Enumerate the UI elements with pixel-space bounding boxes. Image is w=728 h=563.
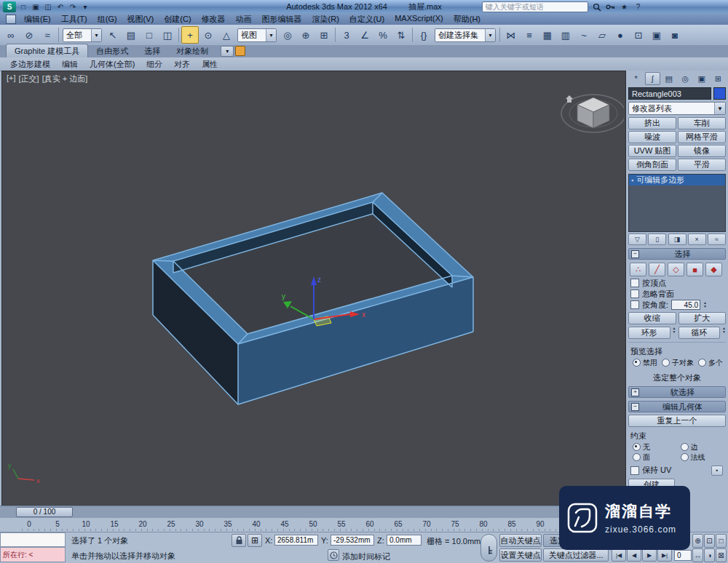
create-tab[interactable]: *: [628, 72, 644, 85]
radio-icon[interactable]: [633, 453, 641, 461]
select-and-scale-icon[interactable]: △: [218, 26, 235, 44]
render-setup-icon[interactable]: ⊡: [630, 26, 647, 44]
menu-item[interactable]: 修改器: [197, 13, 231, 25]
menu-item[interactable]: 渲染(R): [307, 13, 344, 25]
ignore-backfacing-checkbox[interactable]: [630, 290, 639, 298]
render-production-icon[interactable]: ◙: [666, 26, 684, 44]
rollout-soft-selection[interactable]: + 软选择: [628, 386, 726, 398]
ribbon-panel-label[interactable]: 细分: [141, 58, 168, 71]
radio-icon[interactable]: [662, 359, 670, 367]
redo-icon[interactable]: ↷: [67, 1, 79, 12]
rollout-selection[interactable]: − 选择: [628, 248, 726, 260]
percent-snap-toggle-icon[interactable]: %: [374, 26, 392, 44]
ribbon-minimize-icon[interactable]: ▾: [221, 46, 234, 57]
absolute-mode-toggle-icon[interactable]: ⊞: [248, 534, 262, 547]
grow-button[interactable]: 扩大: [678, 312, 727, 324]
select-and-move-icon[interactable]: +: [181, 26, 199, 44]
favorites-star-icon[interactable]: ★: [619, 2, 630, 12]
repeat-last-button[interactable]: 重复上一个: [628, 415, 726, 427]
pin-stack-icon[interactable]: ▽: [628, 233, 646, 245]
menu-item[interactable]: 帮助(H): [448, 13, 486, 25]
selection-filter-dropdown[interactable]: 全部▾: [63, 28, 102, 42]
named-selection-sets-dropdown[interactable]: 创建选择集▾: [435, 28, 496, 42]
align-icon[interactable]: ≡: [521, 26, 538, 44]
rectangular-selection-region-icon[interactable]: □: [141, 26, 158, 44]
modifier-preset-button[interactable]: 倒角剖面: [628, 159, 676, 171]
by-vertex-checkbox[interactable]: [630, 279, 639, 287]
edge-mode-icon[interactable]: ╱: [649, 263, 665, 276]
modifier-preset-button[interactable]: 挤出: [628, 117, 676, 129]
radio-icon[interactable]: [681, 443, 689, 451]
auto-key-button[interactable]: 自动关键点: [499, 534, 542, 547]
display-tab[interactable]: ▣: [694, 72, 710, 85]
save-file-icon[interactable]: ◫: [42, 1, 54, 12]
ribbon-panel-label[interactable]: 几何体(全部): [84, 58, 141, 71]
viewport-label-segment[interactable]: [真实 + 边面]: [42, 73, 88, 84]
selection-lock-icon[interactable]: [232, 534, 246, 547]
track-bar[interactable]: ≈ 05101520253035404550556065707580859095…: [0, 517, 625, 532]
viewport-label-segment[interactable]: [正交]: [19, 73, 39, 84]
modifier-preset-button[interactable]: 噪波: [628, 131, 676, 143]
object-name-field[interactable]: Rectangle003: [628, 87, 711, 100]
modifier-preset-button[interactable]: 车削: [678, 117, 726, 129]
zoom-icon[interactable]: ⊕: [692, 534, 703, 548]
set-keys-button[interactable]: [480, 534, 497, 562]
maxscript-macro-recorder[interactable]: 所在行: <: [0, 547, 66, 562]
element-mode-icon[interactable]: ◆: [705, 263, 722, 276]
angle-spinner[interactable]: ▲▼: [703, 301, 707, 308]
preview-option[interactable]: 禁用: [633, 358, 657, 367]
modifier-preset-button[interactable]: 平滑: [678, 159, 726, 171]
help-icon[interactable]: ?: [633, 2, 644, 12]
pan-icon[interactable]: ↔: [692, 548, 703, 562]
unlink-selection-icon[interactable]: ⊘: [20, 26, 38, 44]
schematic-view-icon[interactable]: ▱: [593, 26, 611, 44]
make-unique-icon[interactable]: ◨: [668, 233, 687, 245]
menu-item[interactable]: 组(G): [92, 13, 122, 25]
preserve-uv-settings-icon[interactable]: ▪: [711, 466, 723, 476]
radio-icon[interactable]: [633, 443, 641, 451]
menu-item[interactable]: 创建(C): [159, 13, 196, 25]
layer-manager-icon[interactable]: ▦: [539, 26, 556, 44]
constraint-option[interactable]: 面: [633, 452, 678, 462]
select-object-icon[interactable]: ↖: [104, 26, 122, 44]
shrink-button[interactable]: 收缩: [628, 312, 676, 324]
zoom-region-icon[interactable]: □: [716, 534, 727, 548]
preview-option[interactable]: 子对象: [662, 358, 694, 367]
by-angle-checkbox[interactable]: [630, 300, 639, 309]
undo-icon[interactable]: ↶: [55, 1, 66, 12]
spinner-snap-toggle-icon[interactable]: ⇅: [392, 26, 410, 44]
border-mode-icon[interactable]: ◇: [668, 263, 684, 276]
by-angle-row[interactable]: 按角度: 45.0 ▲▼: [630, 300, 726, 310]
angle-value-field[interactable]: 45.0: [671, 300, 700, 310]
constraint-option[interactable]: 法线: [681, 452, 727, 462]
open-file-icon[interactable]: ▣: [30, 1, 41, 12]
ribbon-config-icon[interactable]: [235, 46, 245, 56]
radio-icon[interactable]: [633, 359, 641, 367]
loop-button[interactable]: 循环: [678, 327, 721, 339]
object-color-swatch[interactable]: [713, 87, 726, 100]
menu-item[interactable]: 自定义(U): [344, 13, 389, 25]
modifier-list-dropdown[interactable]: 修改器列表 ▼: [628, 102, 726, 115]
ribbon-tab[interactable]: 选择: [136, 44, 168, 57]
remove-modifier-icon[interactable]: ×: [688, 233, 706, 245]
ignore-backfacing-row[interactable]: 忽略背面: [630, 289, 726, 299]
x-coord-field[interactable]: 2658.811m: [274, 535, 318, 546]
y-coord-field[interactable]: -29.532mm: [331, 535, 374, 546]
orbit-icon[interactable]: ◑: [704, 548, 715, 562]
z-coord-field[interactable]: 0.0mm: [387, 535, 422, 546]
qat-dropdown-icon[interactable]: ▾: [79, 1, 91, 12]
menu-item[interactable]: 工具(T): [56, 13, 92, 25]
curve-editor-icon[interactable]: ~: [575, 26, 593, 44]
graphite-ribbon-toggle-icon[interactable]: ▥: [557, 26, 574, 44]
ui-scheme-icon[interactable]: [6, 15, 16, 24]
configure-modifier-sets-icon[interactable]: ≈: [708, 233, 726, 245]
ring-button[interactable]: 环形: [628, 327, 670, 339]
select-and-link-icon[interactable]: ∞: [2, 26, 20, 44]
menu-item[interactable]: 视图(V): [122, 13, 159, 25]
ribbon-tab[interactable]: 自由形式: [88, 44, 136, 57]
app-logo-icon[interactable]: S: [3, 1, 16, 12]
previous-frame-icon[interactable]: ◀: [627, 548, 641, 562]
reference-coordinate-dropdown[interactable]: 视图▾: [237, 28, 277, 42]
viewcube-home-icon[interactable]: [566, 95, 573, 103]
modifier-preset-button[interactable]: 镜像: [678, 145, 726, 157]
